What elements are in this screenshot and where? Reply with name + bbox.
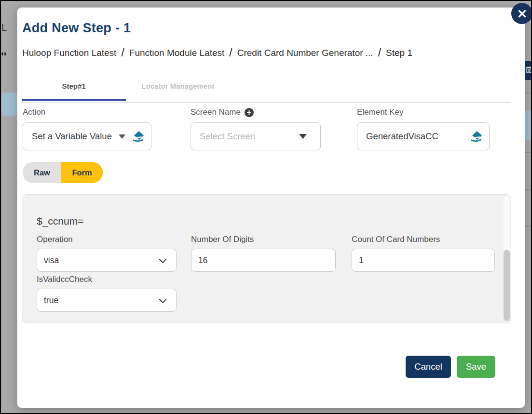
isvalidcccheck-value: true: [44, 295, 58, 306]
element-key-input[interactable]: [366, 131, 466, 142]
background-fragment-block: [525, 111, 532, 140]
count-of-card-numbers-field-group: Count Of Card Numbers: [352, 235, 495, 272]
panel-scrollbar-thumb[interactable]: [504, 250, 510, 321]
toggle-form[interactable]: Form: [61, 162, 103, 183]
count-of-card-numbers-label: Count Of Card Numbers: [352, 235, 495, 244]
add-step-modal: Add New Step - 1 Huloop Function Latest …: [17, 7, 525, 408]
chevron-down-icon: [159, 255, 167, 263]
action-field-group: Action Set a Variable Value: [23, 107, 151, 150]
background-fragment-line: [525, 189, 532, 190]
isvalidcccheck-select[interactable]: true: [37, 289, 177, 312]
divider: [22, 102, 511, 103]
operation-value: visa: [44, 255, 59, 266]
mode-toggle: Raw Form: [23, 162, 103, 183]
breadcrumb-separator: /: [378, 46, 381, 59]
background-fragment-text: L: [1, 22, 7, 33]
tab-bar: Step#1 Locator Management: [22, 76, 230, 101]
operation-select[interactable]: visa: [37, 249, 177, 272]
breadcrumb-item[interactable]: Function Module Latest: [129, 48, 225, 58]
count-of-card-numbers-box: [352, 249, 495, 272]
background-fragment-text: '': [1, 50, 6, 64]
clear-element-key-eraser-icon[interactable]: [469, 131, 482, 142]
breadcrumb-separator: /: [121, 46, 124, 59]
caret-down-icon: [299, 134, 307, 139]
breadcrumb: Huloop Function Latest / Function Module…: [22, 46, 412, 59]
number-of-digits-label: Number Of Digits: [191, 235, 336, 244]
clear-action-eraser-icon[interactable]: [131, 131, 144, 142]
number-of-digits-input[interactable]: [198, 255, 329, 266]
add-screen-button[interactable]: [245, 108, 254, 117]
isvalidcccheck-field-group: IsValidccCheck true: [37, 275, 177, 312]
action-label: Action: [23, 107, 151, 117]
tab-locator-management[interactable]: Locator Management: [126, 76, 230, 101]
action-value: Set a Variable Value: [32, 131, 112, 142]
screen-name-field-group: Screen Name Select Screen: [191, 107, 321, 150]
trash-icon: [526, 66, 532, 73]
chevron-down-icon: [159, 295, 167, 303]
variable-assignment-heading: $_ccnum=: [37, 215, 83, 227]
breadcrumb-item-current: Step 1: [386, 48, 412, 58]
background-fragment-block: [2, 93, 17, 116]
element-key-box: [357, 122, 490, 150]
step-parameters-panel: $_ccnum= Operation visa Number Of Digits…: [22, 194, 511, 323]
save-button[interactable]: Save: [457, 356, 495, 378]
caret-down-icon: [119, 134, 125, 139]
breadcrumb-separator: /: [229, 46, 232, 59]
background-fragment-line: [525, 226, 532, 227]
breadcrumb-item[interactable]: Huloop Function Latest: [22, 48, 116, 58]
close-icon: [518, 9, 527, 18]
element-key-label: Element Key: [357, 107, 490, 117]
action-select[interactable]: Set a Variable Value: [23, 122, 151, 150]
element-key-field-group: Element Key: [357, 107, 490, 150]
count-of-card-numbers-input[interactable]: [359, 255, 489, 266]
toggle-raw[interactable]: Raw: [23, 162, 61, 183]
tab-step1[interactable]: Step#1: [22, 76, 126, 101]
background-fragment-line: [525, 93, 532, 93]
close-button[interactable]: [511, 3, 532, 24]
plus-icon: [246, 110, 252, 115]
cancel-button[interactable]: Cancel: [406, 356, 451, 378]
screen-name-placeholder: Select Screen: [200, 131, 255, 142]
breadcrumb-item[interactable]: Credit Card Number Generator ...: [237, 48, 373, 58]
screen-backdrop: L '' Add New Step - 1 Huloop Function La…: [0, 0, 532, 414]
page-title: Add New Step - 1: [22, 21, 131, 36]
number-of-digits-field-group: Number Of Digits: [191, 235, 336, 272]
background-fragment-line: [525, 152, 532, 153]
screen-name-select[interactable]: Select Screen: [191, 122, 321, 150]
number-of-digits-box: [191, 249, 336, 272]
operation-field-group: Operation visa: [37, 235, 177, 272]
background-fragment-toolbar: [525, 61, 532, 80]
panel-scrollbar[interactable]: [504, 196, 510, 321]
operation-label: Operation: [37, 235, 177, 244]
screen-name-label: Screen Name: [191, 107, 241, 117]
isvalidcccheck-label: IsValidccCheck: [37, 275, 177, 284]
